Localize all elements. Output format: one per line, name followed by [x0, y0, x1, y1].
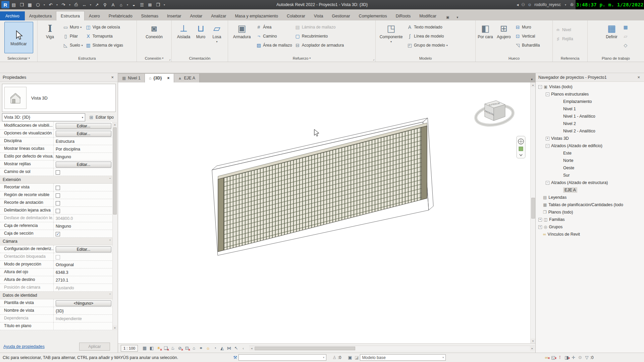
edit-type-button[interactable]: ⊞ Editar tipo	[87, 113, 116, 121]
chevron-down-icon[interactable]: ▾	[80, 26, 82, 29]
hueco-muro-button[interactable]: ⊟Muro	[514, 23, 541, 31]
visual-style-icon[interactable]: ◧	[148, 345, 155, 352]
tree-item-alzados-edificio[interactable]: −Alzados (Alzado de edificio)	[537, 142, 644, 149]
property-value[interactable]: Ninguno	[54, 153, 113, 160]
definir-button[interactable]: ▦ Definir	[602, 22, 621, 40]
thin-lines-icon[interactable]: ☰	[138, 1, 146, 8]
por-cara-button[interactable]: ◧ Por cara	[477, 22, 494, 40]
tab-modificar[interactable]: Modificar	[415, 11, 441, 20]
show-crop-region-icon[interactable]: ⊡	[183, 345, 190, 352]
edit-button[interactable]: Editar...	[56, 246, 111, 252]
view-selector-combo[interactable]: Vista 3D: {3D} ▾	[2, 113, 85, 121]
componente-button[interactable]: ◳ Componente ▾	[377, 22, 405, 43]
scroll-down-icon[interactable]: ▼	[531, 339, 535, 343]
tree-item-eje-a[interactable]: EJE A	[537, 186, 644, 194]
scrollbar-thumb[interactable]	[113, 127, 117, 215]
active-workset-combo[interactable]: ▾	[238, 354, 326, 361]
reveal-constraints-icon[interactable]: ⋈	[226, 345, 232, 352]
scroll-down-icon[interactable]: ▼	[113, 325, 117, 330]
open-icon[interactable]: ❒	[18, 1, 25, 8]
show-workplane-button[interactable]: ▦	[622, 23, 630, 31]
area-de-mallazo-button[interactable]: ▨Área de mallazo	[255, 41, 293, 49]
close-icon[interactable]: ×	[110, 75, 115, 80]
properties-icon[interactable]: ▤	[10, 1, 17, 8]
checkbox[interactable]	[56, 209, 60, 213]
texto-modelado-button[interactable]: ATexto modelado	[406, 23, 449, 31]
scroll-up-icon[interactable]: ▲	[531, 82, 535, 87]
expand-node-icon[interactable]: +	[538, 218, 542, 222]
section-icon[interactable]: ◒	[130, 1, 138, 8]
tab-archivo[interactable]: Archivo	[0, 11, 25, 20]
property-value[interactable]: {3D}	[54, 307, 113, 314]
tree-item-tablas[interactable]: ▦Tablas de planificación/Cantidades (tod…	[537, 201, 644, 208]
tree-item-oeste[interactable]: Oeste	[537, 164, 644, 172]
collapse-icon[interactable]: ˆ	[109, 293, 111, 297]
buhardilla-button[interactable]: ◹Buhardilla	[514, 41, 541, 49]
view-tab-list-icon[interactable]: ▾	[528, 77, 535, 82]
camino-button[interactable]: ¬Camino	[255, 32, 293, 40]
panel-label[interactable]: Estructura	[38, 55, 137, 62]
chevron-down-icon[interactable]: ▾	[68, 1, 72, 8]
panel-label[interactable]: Conexión▾⌟	[137, 55, 171, 62]
redo-icon[interactable]: ↷	[60, 1, 67, 8]
panel-label[interactable]: Refuerzo▾⌟	[228, 55, 375, 62]
view-cube[interactable]: SUPERIOR FRONTAL	[474, 101, 515, 128]
collapse-bar-icon[interactable]: ‹	[240, 345, 247, 352]
collapse-icon[interactable]: ˆ	[109, 239, 111, 243]
collapse-node-icon[interactable]: −	[546, 181, 549, 185]
tree-item-este[interactable]: Este	[537, 149, 644, 157]
tree-item-familias[interactable]: +◫Familias	[537, 216, 644, 223]
property-value[interactable]: Por disciplina	[54, 145, 113, 153]
default-3d-view-icon[interactable]: ⌂	[117, 1, 125, 8]
agujero-button[interactable]: ⊞ Agujero	[494, 22, 513, 40]
crop-view-icon[interactable]: ⊘	[176, 345, 183, 352]
tab-acero[interactable]: Acero	[85, 11, 104, 20]
muro-button[interactable]: ▭Muro▾	[62, 23, 84, 31]
design-options-combo[interactable]: Modelo base▾	[360, 354, 446, 361]
tab-anotar[interactable]: Anotar	[185, 11, 207, 20]
chevron-down-icon[interactable]: ▾	[82, 44, 83, 47]
aislada-button[interactable]: ⊥ Aislada	[175, 22, 193, 40]
edit-button[interactable]: Editar...	[56, 162, 111, 168]
tab-prefabricado[interactable]: Prefabricado	[104, 11, 137, 20]
checkbox[interactable]	[56, 193, 60, 198]
property-value[interactable]: 2710.1	[54, 276, 113, 284]
section-header[interactable]: Datos de identidadˆ	[0, 292, 113, 299]
tab-gestionar[interactable]: Gestionar	[327, 11, 354, 20]
collapse-left-icon[interactable]: ◂	[517, 2, 519, 7]
viga-button[interactable]: I Viga	[39, 22, 61, 40]
checkbox[interactable]	[56, 170, 60, 175]
tree-item-nivel-2[interactable]: Nivel 2	[537, 120, 644, 127]
collapse-node-icon[interactable]: −	[546, 144, 549, 148]
collapse-node-icon[interactable]: −	[546, 93, 549, 96]
property-value[interactable]: Ortogonal	[54, 261, 113, 268]
scrollbar-thumb[interactable]	[255, 347, 355, 350]
property-value[interactable]: Estructura	[54, 137, 113, 145]
analytical-model-icon[interactable]: ◭	[219, 345, 225, 352]
edit-button[interactable]: Editar...	[56, 131, 111, 137]
modificar-button[interactable]: Modificar	[4, 22, 33, 53]
recubrimiento-button[interactable]: ▢Recubrimiento	[294, 32, 345, 40]
tree-item-planos-estructurales[interactable]: −Planos estructurales	[537, 90, 644, 98]
panel-label[interactable]: Modelo	[376, 55, 475, 62]
tree-item-norte[interactable]: Norte	[537, 157, 644, 164]
ribbon-cycle-icon[interactable]: ▣	[444, 14, 451, 20]
tab-colaborar[interactable]: Colaborar	[282, 11, 310, 20]
select-links-icon[interactable]: ∞	[543, 355, 550, 360]
worksets-icon[interactable]: ⚒	[232, 355, 238, 360]
dialog-launcher-icon[interactable]: ⌟	[373, 57, 374, 61]
chevron-down-icon[interactable]: ▾	[564, 1, 568, 8]
tab-insertar[interactable]: Insertar	[163, 11, 185, 20]
chevron-down-icon[interactable]: ▾	[42, 1, 46, 8]
temporary-hide-isolate-icon[interactable]: ⚭	[198, 345, 204, 352]
reinforced-wall[interactable]	[218, 123, 427, 252]
close-icon[interactable]: ×	[636, 75, 641, 80]
panel-label[interactable]: Plano de trabajo	[588, 55, 644, 62]
tree-item-planos[interactable]: ❐Planos (todo)	[537, 208, 644, 216]
expand-node-icon[interactable]: +	[546, 137, 549, 140]
aligned-dimension-icon[interactable]: ↗	[93, 1, 101, 8]
signed-in-user[interactable]: rodolfo_reyesc	[534, 2, 561, 7]
losa-button[interactable]: ▱ Losa ▾	[209, 22, 225, 43]
expand-node-icon[interactable]: +	[538, 225, 542, 229]
properties-scrollbar[interactable]: ▲ ▼	[112, 122, 117, 330]
